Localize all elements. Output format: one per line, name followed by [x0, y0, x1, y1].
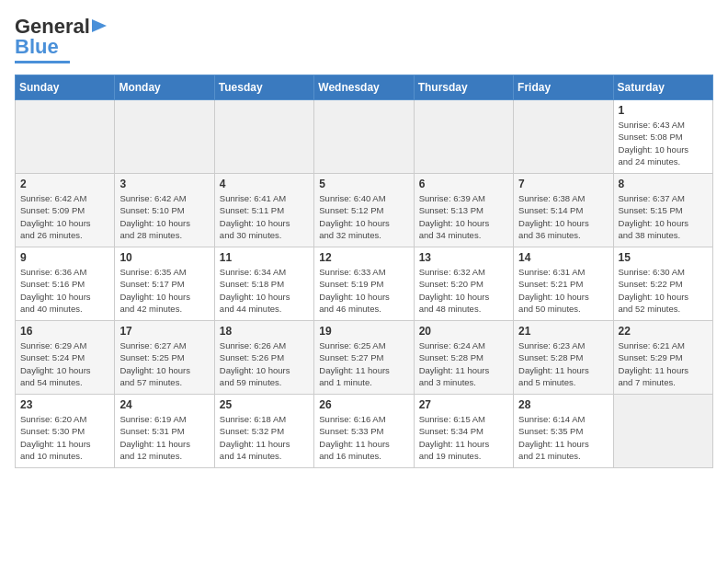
- weekday-header: Monday: [115, 75, 214, 100]
- calendar-day-cell: 15Sunrise: 6:30 AM Sunset: 5:22 PM Dayli…: [613, 247, 712, 321]
- logo: General Blue: [15, 15, 108, 63]
- calendar-day-cell: 28Sunrise: 6:14 AM Sunset: 5:35 PM Dayli…: [514, 395, 613, 468]
- logo-blue-text: Blue: [15, 35, 59, 59]
- calendar-day-cell: 18Sunrise: 6:26 AM Sunset: 5:26 PM Dayli…: [214, 321, 313, 395]
- day-number: 16: [20, 325, 109, 338]
- day-info: Sunrise: 6:21 AM Sunset: 5:29 PM Dayligh…: [619, 339, 708, 388]
- day-info: Sunrise: 6:24 AM Sunset: 5:28 PM Dayligh…: [419, 339, 508, 388]
- calendar-day-cell: 8Sunrise: 6:37 AM Sunset: 5:15 PM Daylig…: [613, 174, 712, 247]
- day-number: 6: [419, 178, 508, 190]
- day-info: Sunrise: 6:35 AM Sunset: 5:17 PM Dayligh…: [119, 266, 209, 315]
- day-info: Sunrise: 6:15 AM Sunset: 5:34 PM Dayligh…: [419, 413, 508, 462]
- day-number: 4: [220, 178, 309, 190]
- calendar-day-cell: 24Sunrise: 6:19 AM Sunset: 5:31 PM Dayli…: [115, 395, 214, 468]
- calendar-day-cell: 13Sunrise: 6:32 AM Sunset: 5:20 PM Dayli…: [414, 247, 513, 321]
- calendar-week-row: 16Sunrise: 6:29 AM Sunset: 5:24 PM Dayli…: [16, 321, 713, 395]
- day-number: 1: [619, 104, 708, 117]
- calendar-day-cell: [16, 100, 115, 174]
- day-info: Sunrise: 6:27 AM Sunset: 5:25 PM Dayligh…: [119, 339, 209, 388]
- calendar-week-row: 9Sunrise: 6:36 AM Sunset: 5:16 PM Daylig…: [16, 247, 713, 321]
- day-number: 14: [518, 251, 608, 264]
- day-info: Sunrise: 6:31 AM Sunset: 5:21 PM Dayligh…: [518, 266, 608, 315]
- calendar-week-row: 1Sunrise: 6:43 AM Sunset: 5:08 PM Daylig…: [16, 100, 713, 174]
- day-number: 7: [518, 178, 608, 190]
- day-number: 8: [619, 178, 708, 190]
- day-info: Sunrise: 6:19 AM Sunset: 5:31 PM Dayligh…: [119, 413, 209, 462]
- day-info: Sunrise: 6:39 AM Sunset: 5:13 PM Dayligh…: [419, 192, 508, 241]
- day-info: Sunrise: 6:41 AM Sunset: 5:11 PM Dayligh…: [220, 192, 309, 241]
- calendar-week-row: 2Sunrise: 6:42 AM Sunset: 5:09 PM Daylig…: [16, 174, 713, 247]
- day-info: Sunrise: 6:34 AM Sunset: 5:18 PM Dayligh…: [220, 266, 309, 315]
- calendar-day-cell: [613, 395, 712, 468]
- page-header: General Blue: [15, 15, 713, 63]
- calendar-day-cell: 4Sunrise: 6:41 AM Sunset: 5:11 PM Daylig…: [214, 174, 313, 247]
- weekday-header: Sunday: [16, 75, 115, 100]
- day-number: 22: [619, 325, 708, 338]
- day-number: 26: [319, 398, 408, 411]
- day-info: Sunrise: 6:16 AM Sunset: 5:33 PM Dayligh…: [319, 413, 408, 462]
- weekday-header: Saturday: [613, 75, 712, 100]
- day-number: 15: [619, 251, 708, 264]
- calendar-day-cell: [314, 100, 414, 174]
- day-number: 19: [319, 325, 408, 338]
- day-number: 20: [419, 325, 508, 338]
- calendar-header-row: SundayMondayTuesdayWednesdayThursdayFrid…: [16, 75, 713, 100]
- day-number: 18: [220, 325, 309, 338]
- day-number: 24: [119, 398, 209, 411]
- logo-underline: [15, 61, 70, 63]
- calendar-day-cell: 3Sunrise: 6:42 AM Sunset: 5:10 PM Daylig…: [115, 174, 214, 247]
- day-number: 5: [319, 178, 408, 190]
- calendar-day-cell: 16Sunrise: 6:29 AM Sunset: 5:24 PM Dayli…: [16, 321, 115, 395]
- weekday-header: Tuesday: [214, 75, 313, 100]
- day-number: 23: [20, 398, 109, 411]
- calendar-day-cell: 1Sunrise: 6:43 AM Sunset: 5:08 PM Daylig…: [613, 100, 712, 174]
- day-info: Sunrise: 6:40 AM Sunset: 5:12 PM Dayligh…: [319, 192, 408, 241]
- day-info: Sunrise: 6:33 AM Sunset: 5:19 PM Dayligh…: [319, 266, 408, 315]
- calendar-day-cell: [214, 100, 313, 174]
- day-info: Sunrise: 6:43 AM Sunset: 5:08 PM Dayligh…: [619, 119, 708, 167]
- day-number: 21: [518, 325, 608, 338]
- day-info: Sunrise: 6:30 AM Sunset: 5:22 PM Dayligh…: [619, 266, 708, 315]
- day-number: 27: [419, 398, 508, 411]
- day-info: Sunrise: 6:14 AM Sunset: 5:35 PM Dayligh…: [518, 413, 608, 462]
- weekday-header: Thursday: [414, 75, 513, 100]
- calendar-day-cell: 10Sunrise: 6:35 AM Sunset: 5:17 PM Dayli…: [115, 247, 214, 321]
- day-info: Sunrise: 6:38 AM Sunset: 5:14 PM Dayligh…: [518, 192, 608, 241]
- calendar-day-cell: 5Sunrise: 6:40 AM Sunset: 5:12 PM Daylig…: [314, 174, 414, 247]
- calendar-day-cell: 23Sunrise: 6:20 AM Sunset: 5:30 PM Dayli…: [16, 395, 115, 468]
- day-number: 17: [119, 325, 209, 338]
- day-number: 9: [20, 251, 109, 264]
- calendar-day-cell: 6Sunrise: 6:39 AM Sunset: 5:13 PM Daylig…: [414, 174, 513, 247]
- calendar-day-cell: 17Sunrise: 6:27 AM Sunset: 5:25 PM Dayli…: [115, 321, 214, 395]
- day-number: 3: [119, 178, 209, 190]
- calendar-day-cell: 2Sunrise: 6:42 AM Sunset: 5:09 PM Daylig…: [16, 174, 115, 247]
- calendar-day-cell: 14Sunrise: 6:31 AM Sunset: 5:21 PM Dayli…: [514, 247, 613, 321]
- calendar-day-cell: 20Sunrise: 6:24 AM Sunset: 5:28 PM Dayli…: [414, 321, 513, 395]
- calendar-day-cell: 27Sunrise: 6:15 AM Sunset: 5:34 PM Dayli…: [414, 395, 513, 468]
- day-number: 12: [319, 251, 408, 264]
- day-info: Sunrise: 6:42 AM Sunset: 5:10 PM Dayligh…: [119, 192, 209, 241]
- day-info: Sunrise: 6:20 AM Sunset: 5:30 PM Dayligh…: [20, 413, 109, 462]
- calendar-day-cell: [414, 100, 513, 174]
- weekday-header: Wednesday: [314, 75, 414, 100]
- day-info: Sunrise: 6:42 AM Sunset: 5:09 PM Dayligh…: [20, 192, 109, 241]
- calendar-day-cell: [514, 100, 613, 174]
- calendar-day-cell: [115, 100, 214, 174]
- day-info: Sunrise: 6:32 AM Sunset: 5:20 PM Dayligh…: [419, 266, 508, 315]
- calendar-day-cell: 7Sunrise: 6:38 AM Sunset: 5:14 PM Daylig…: [514, 174, 613, 247]
- day-info: Sunrise: 6:18 AM Sunset: 5:32 PM Dayligh…: [220, 413, 309, 462]
- day-info: Sunrise: 6:25 AM Sunset: 5:27 PM Dayligh…: [319, 339, 408, 388]
- weekday-header: Friday: [514, 75, 613, 100]
- svg-marker-0: [92, 19, 107, 32]
- calendar-day-cell: 21Sunrise: 6:23 AM Sunset: 5:28 PM Dayli…: [514, 321, 613, 395]
- day-number: 2: [20, 178, 109, 190]
- calendar-day-cell: 25Sunrise: 6:18 AM Sunset: 5:32 PM Dayli…: [214, 395, 313, 468]
- day-info: Sunrise: 6:23 AM Sunset: 5:28 PM Dayligh…: [518, 339, 608, 388]
- day-number: 28: [518, 398, 608, 411]
- day-info: Sunrise: 6:37 AM Sunset: 5:15 PM Dayligh…: [619, 192, 708, 241]
- day-info: Sunrise: 6:26 AM Sunset: 5:26 PM Dayligh…: [220, 339, 309, 388]
- calendar-day-cell: 9Sunrise: 6:36 AM Sunset: 5:16 PM Daylig…: [16, 247, 115, 321]
- day-number: 11: [220, 251, 309, 264]
- calendar-day-cell: 11Sunrise: 6:34 AM Sunset: 5:18 PM Dayli…: [214, 247, 313, 321]
- day-number: 25: [220, 398, 309, 411]
